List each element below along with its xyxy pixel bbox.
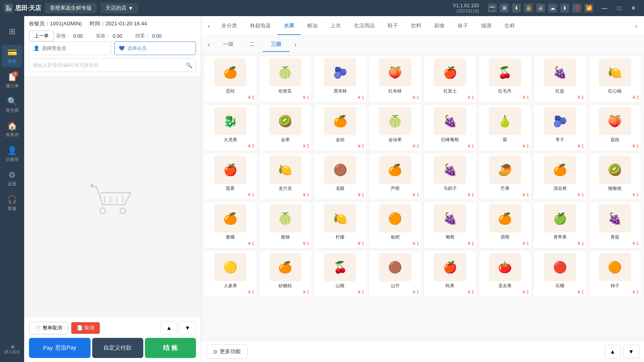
- cancel-button[interactable]: 📄 取消: [71, 322, 100, 334]
- select-staff-button[interactable]: 👤 选择营业员: [29, 41, 111, 55]
- product-card[interactable]: 🥝金果¥ 2: [259, 104, 312, 151]
- product-card[interactable]: 🍑荔枝¥ 1: [588, 104, 642, 151]
- download-icon[interactable]: ⬇: [512, 4, 521, 12]
- product-card[interactable]: 🍑红布林¥ 1: [369, 56, 422, 103]
- product-card[interactable]: 🫐李子¥ 1: [533, 104, 587, 151]
- cat-tab-tobacco[interactable]: 烟酒: [475, 17, 498, 35]
- sidebar-item-apps[interactable]: ⊞: [2, 20, 22, 43]
- product-card[interactable]: 🍊金桔¥ 2: [314, 104, 367, 151]
- maximize-button[interactable]: □: [613, 4, 625, 12]
- product-card[interactable]: 🍒红毛丹¥ 1: [479, 56, 532, 103]
- cat-tab-daily[interactable]: 生活用品: [347, 17, 381, 35]
- sidebar-item-micro-order[interactable]: 📋 3 微订单: [2, 69, 22, 92]
- cat-tab-supermarket[interactable]: 林超电器: [244, 17, 277, 35]
- product-card[interactable]: 🍊砂糖桔¥ 1: [259, 250, 312, 297]
- cloud-up-icon[interactable]: ☁: [548, 4, 557, 12]
- product-card[interactable]: 🍇马奶子¥ 1: [423, 153, 477, 200]
- sidebar-item-settings[interactable]: ⚙ 设置: [2, 167, 22, 190]
- sub-prev-button[interactable]: ‹: [203, 37, 215, 53]
- product-search-input[interactable]: [33, 62, 186, 68]
- product-card[interactable]: 🍊蜜橘¥ 1: [204, 202, 257, 249]
- cat-tab-grain[interactable]: 粮油: [301, 17, 324, 35]
- product-card[interactable]: 🍇红提¥ 1: [533, 56, 587, 103]
- store-selector[interactable]: 天店的店 ▼: [101, 3, 138, 13]
- product-card[interactable]: 🍈金绿果¥ 2: [369, 104, 422, 151]
- camera-icon[interactable]: 📷: [488, 4, 497, 12]
- product-card[interactable]: 🍎红富士¥ 1: [423, 56, 477, 103]
- version-label: V1.1.62.103: [453, 3, 479, 8]
- custom-pay-button[interactable]: 自定义付款: [92, 338, 143, 358]
- cancel-all-button[interactable]: 📄 整单取消: [29, 322, 68, 334]
- nav-up-button[interactable]: ▲: [161, 321, 178, 335]
- signal-icon[interactable]: 📶: [584, 4, 593, 12]
- monitor-icon[interactable]: 🖥: [500, 4, 509, 12]
- product-card[interactable]: 🍊贡桔¥ 1: [204, 56, 257, 103]
- product-card[interactable]: 🍋龙力克¥ 1: [259, 153, 312, 200]
- product-card[interactable]: 🔴石榴¥ 1: [533, 250, 587, 297]
- cat-next-button[interactable]: ›: [630, 18, 642, 34]
- cat-tab-fresh[interactable]: 生鲜: [498, 17, 521, 35]
- product-card[interactable]: 🥭芒果¥ 1: [479, 153, 532, 200]
- product-card[interactable]: 🍊芦柑¥ 1: [369, 153, 422, 200]
- product-card[interactable]: 🟡人参果¥ 1: [204, 250, 257, 297]
- scroll-down-button[interactable]: ▼: [623, 345, 639, 358]
- nav-down-button[interactable]: ▼: [179, 321, 196, 335]
- product-card[interactable]: 🟤龙眼¥ 1: [314, 153, 367, 200]
- product-card[interactable]: 🟤山竹¥ 1: [369, 250, 422, 297]
- product-card[interactable]: 🍎莲雾¥ 1: [204, 153, 257, 200]
- product-card[interactable]: 🍇巨峰葡萄¥ 1: [423, 104, 477, 151]
- cat-tab-uncat[interactable]: 未分类: [215, 17, 244, 35]
- cat-prev-button[interactable]: ‹: [203, 18, 215, 34]
- sidebar-item-transaction[interactable]: 🔍 查交易: [2, 94, 22, 116]
- search-icon[interactable]: 🔍: [186, 62, 192, 68]
- product-card[interactable]: 🍎蛇果¥ 1: [423, 250, 477, 297]
- product-card[interactable]: 🍈哈密瓜¥ 1: [259, 56, 312, 103]
- sidebar-item-customer[interactable]: 🎧 客服: [2, 192, 22, 214]
- cat-tab-topwear[interactable]: 上衣: [324, 17, 347, 35]
- product-card[interactable]: 🫐黑布林¥ 1: [314, 56, 367, 103]
- product-card[interactable]: 🟠柿子¥ 1: [588, 250, 642, 297]
- cloud-down-icon[interactable]: ⬇: [560, 4, 569, 12]
- sub-next-button[interactable]: ›: [289, 37, 301, 53]
- product-card[interactable]: 🍋红心柚¥ 2: [588, 56, 642, 103]
- product-card[interactable]: 🟠枇杷¥ 1: [369, 202, 422, 249]
- backend-entry-button[interactable]: 🖥 进入后台: [0, 341, 24, 358]
- product-card[interactable]: 🍈蜜柚¥ 1: [259, 202, 312, 249]
- sidebar-settings-label: 设置: [8, 181, 17, 187]
- minimize-button[interactable]: —: [598, 4, 611, 12]
- sidebar-item-shift[interactable]: 👤 交接班: [2, 143, 22, 165]
- more-functions-button[interactable]: ⊙ 更多功能: [206, 344, 248, 359]
- close-button[interactable]: ✕: [627, 4, 640, 12]
- product-card[interactable]: 🍏青苹果¥ 1: [533, 202, 587, 249]
- cat-tab-drinks[interactable]: 饮料: [405, 17, 428, 35]
- product-card[interactable]: 🍊脐橙¥ 1: [479, 202, 532, 249]
- lock-icon[interactable]: 🔒: [524, 4, 533, 12]
- product-card[interactable]: 🍇青提¥ 1: [588, 202, 642, 249]
- product-card[interactable]: 🍇葡萄¥ 1: [423, 202, 477, 249]
- sidebar-item-inventory[interactable]: 🏠 库库存: [2, 118, 22, 141]
- product-card[interactable]: 🍐梨¥ 1: [479, 104, 532, 151]
- sub-tab-level1[interactable]: 一级: [215, 37, 242, 52]
- printer-icon[interactable]: 🖨: [536, 4, 545, 12]
- help-icon[interactable]: ❓: [572, 4, 581, 12]
- product-price: ¥ 2: [358, 144, 364, 148]
- product-card[interactable]: 🐉火龙果¥ 2: [204, 104, 257, 151]
- checkout-button[interactable]: 结 账: [145, 338, 196, 358]
- pay-button[interactable]: Pay 思迅Pay: [29, 338, 91, 358]
- sub-tab-level3[interactable]: 三级: [263, 37, 289, 52]
- select-member-button[interactable]: 💙 选择会员: [114, 41, 196, 55]
- scroll-up-button[interactable]: ▲: [605, 345, 621, 358]
- cat-tab-socks[interactable]: 袜子: [451, 17, 475, 35]
- cat-tab-fruit[interactable]: 水果: [277, 17, 301, 35]
- product-card[interactable]: 🍒山楂¥ 1: [314, 250, 367, 297]
- product-card[interactable]: 🍋柠檬¥ 1: [314, 202, 367, 249]
- sidebar-item-cashier[interactable]: 💳 收银: [2, 45, 22, 67]
- sub-tab-level2[interactable]: 二: [242, 37, 263, 52]
- cat-tab-snacks[interactable]: 副食: [428, 17, 451, 35]
- prev-order-button[interactable]: 上一单: [29, 31, 54, 41]
- product-card[interactable]: 🍅圣女果¥ 1: [479, 250, 532, 297]
- product-image: 🥭: [489, 156, 521, 184]
- cat-tab-shoes[interactable]: 鞋子: [381, 17, 405, 35]
- product-card[interactable]: 🥝猕猴桃¥ 1: [588, 153, 642, 200]
- product-card[interactable]: 🍊茂谷柑¥ 1: [533, 153, 587, 200]
